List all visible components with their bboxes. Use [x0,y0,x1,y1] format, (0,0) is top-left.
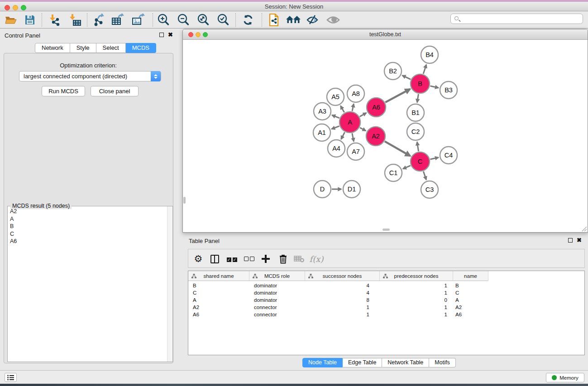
show-graphics-details-button[interactable] [325,13,341,27]
edge-A6-B[interactable] [385,89,410,102]
close-panel-icon[interactable]: ✖ [577,238,582,243]
result-item[interactable]: A6 [10,238,167,245]
table-row[interactable]: A2connector11A2 [188,304,584,311]
table-settings-button[interactable]: ⚙ [191,252,206,266]
edge-C-C3[interactable] [423,172,426,180]
edge-C-C1[interactable] [403,166,411,169]
edge-A-A6[interactable] [360,113,367,116]
node-B3[interactable]: B3 [440,81,457,99]
deselect-all-button[interactable] [241,252,257,266]
tab-network[interactable]: Network [35,43,70,53]
task-history-button[interactable] [5,373,17,382]
node-A7[interactable]: A7 [347,143,364,160]
edge-A2-C[interactable] [385,141,410,156]
node-A[interactable]: A [339,112,360,133]
tab-style[interactable]: Style [70,43,96,53]
node-C1[interactable]: C1 [385,164,402,181]
hide-graphics-details-button[interactable] [305,13,321,27]
run-mcds-button[interactable]: Run MCDS [42,86,85,96]
resize-grip-icon[interactable] [581,225,587,232]
edge-A-A1[interactable] [332,126,339,129]
edge-A-A8[interactable] [352,104,354,111]
column-header-MCDS-role[interactable]: MCDS role [249,271,305,281]
edge-B-B4[interactable] [423,65,426,74]
node-A3[interactable]: A3 [314,103,331,120]
tab-motifs[interactable]: Motifs [429,358,455,367]
search-input[interactable] [463,14,580,23]
edge-B-B2[interactable] [402,76,411,80]
tab-mcds[interactable]: MCDS [126,43,156,53]
memory-button[interactable]: Memory [546,373,584,382]
result-item[interactable]: B [10,223,167,230]
network-canvas[interactable]: AA1A2A3A4A5A6A7A8BB1B2B3B4CC1C2C3C4DD1 [183,40,588,232]
node-B[interactable]: B [411,74,430,93]
delete-column-button[interactable] [275,252,291,266]
show-columns-button[interactable] [207,252,222,266]
node-A5[interactable]: A5 [327,88,344,105]
node-A6[interactable]: A6 [367,98,386,117]
overview-home-button[interactable] [285,13,301,27]
network-vertical-scrollbar[interactable] [183,197,186,204]
criterion-dropdown[interactable]: largest connected component (directed) [19,71,161,81]
close-panel-button[interactable]: Close panel [91,86,139,96]
node-A1[interactable]: A1 [313,124,330,141]
edge-A-A3[interactable] [332,115,339,118]
edge-A-A7[interactable] [352,133,354,142]
edge-A-A5[interactable] [340,106,344,112]
node-D1[interactable]: D1 [343,181,360,198]
function-builder-button[interactable]: f(x) [309,252,324,266]
edge-A-A4[interactable] [341,132,345,139]
zoom-out-button[interactable] [175,13,191,27]
node-B4[interactable]: B4 [421,46,438,63]
node-C4[interactable]: C4 [440,147,457,164]
float-panel-icon[interactable] [568,238,573,243]
network-window-titlebar[interactable]: testGlobe.txt [183,29,588,40]
table-row[interactable]: A6connector11A6 [188,311,584,318]
refresh-button[interactable] [240,13,256,27]
node-A2[interactable]: A2 [366,127,385,146]
zoom-selected-button[interactable] [215,13,231,27]
export-network-button[interactable] [91,13,107,27]
node-C[interactable]: C [411,152,430,171]
result-item[interactable]: C [10,230,167,238]
node-B1[interactable]: B1 [407,104,424,121]
column-header-name[interactable]: name [453,271,488,281]
network-horizontal-scrollbar[interactable] [382,229,390,231]
open-session-button[interactable] [3,13,19,27]
tab-network-table[interactable]: Network Table [382,358,429,367]
node-A8[interactable]: A8 [347,85,364,102]
column-header-successor-nodes[interactable]: successor nodes [305,271,380,281]
tab-edge-table[interactable]: Edge Table [343,358,382,367]
node-C2[interactable]: C2 [407,123,424,140]
new-network-button[interactable] [266,13,282,27]
tab-node-table[interactable]: Node Table [302,358,343,367]
edge-C-C2[interactable] [417,142,418,152]
zoom-fit-button[interactable] [195,13,211,27]
tab-select[interactable]: Select [96,43,126,53]
add-column-button[interactable] [258,252,273,266]
result-scrollbar[interactable] [167,206,172,362]
table-row[interactable]: Bdominator41B [188,282,584,289]
node-A4[interactable]: A4 [328,140,345,157]
select-all-button[interactable]: ✓✓ [224,252,239,266]
import-table-button[interactable] [67,13,83,27]
table-row[interactable]: Adominator80A [188,296,584,304]
delete-table-button[interactable] [292,252,307,266]
result-item[interactable]: A2 [10,208,167,215]
column-header-shared-name[interactable]: shared name [188,271,249,281]
node-D[interactable]: D [314,181,331,198]
zoom-in-button[interactable] [155,13,172,27]
save-session-button[interactable] [22,13,38,27]
export-table-button[interactable] [110,13,126,27]
table-row[interactable]: Cdominator41C [188,289,584,296]
edge-A-A2[interactable] [360,128,366,131]
node-C3[interactable]: C3 [421,181,438,198]
export-image-button[interactable] [130,13,147,27]
edge-B-B1[interactable] [417,94,419,103]
float-panel-icon[interactable] [159,33,164,37]
column-header-predecessor-nodes[interactable]: predecessor nodes [380,271,453,281]
edge-C-C4[interactable] [430,157,438,159]
import-network-button[interactable] [46,13,62,27]
result-item[interactable]: A [10,215,167,223]
close-panel-icon[interactable]: ✖ [168,33,173,37]
